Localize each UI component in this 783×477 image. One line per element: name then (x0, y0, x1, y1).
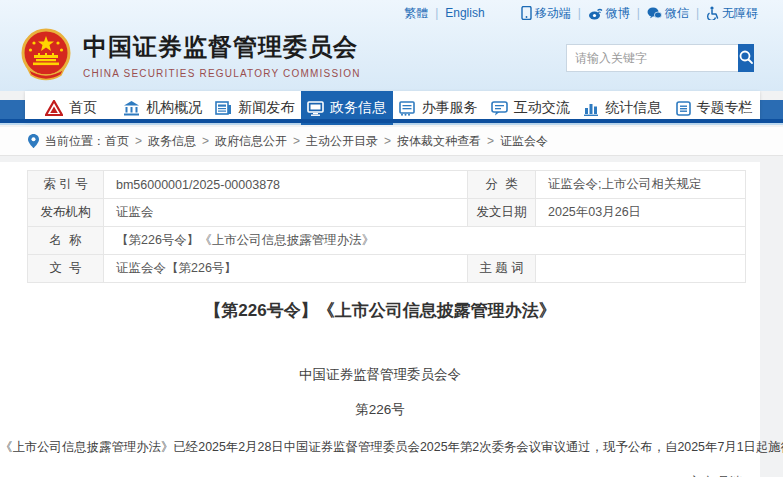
nav-label: 专题专栏 (697, 99, 753, 117)
search-icon (738, 49, 754, 68)
breadcrumb-separator: > (202, 134, 209, 148)
name-value: 【第226号令】《上市公司信息披露管理办法》 (104, 227, 746, 255)
home-logo-icon (45, 100, 63, 116)
content-area: 索 引 号 bm56000001/2025-00003878 分 类 证监会令;… (0, 157, 783, 477)
nav-label: 互动交流 (514, 99, 570, 117)
issue-date-label: 发文日期 (468, 199, 536, 227)
weibo-link[interactable]: 微博 (588, 5, 630, 22)
category-label: 分 类 (468, 171, 536, 199)
nav-box: 首页 机构概况 新闻发布 政务信息 办事服务 互动交流 统计信息 (25, 91, 760, 121)
breadcrumb-link-home[interactable]: 首页 (105, 133, 129, 150)
nav-label: 办事服务 (421, 99, 477, 117)
order-number: 第226号 (0, 401, 760, 419)
wechat-icon (647, 7, 662, 20)
search-input[interactable] (566, 44, 738, 72)
table-row: 文 号 证监会令【第226号】 主 题 词 (28, 255, 746, 283)
breadcrumb-link-catalog[interactable]: 主动公开目录 (306, 133, 378, 150)
breadcrumb: 当前位置： 首页 > 政务信息 > 政府信息公开 > 主动公开目录 > 按体裁文… (0, 127, 783, 156)
weibo-icon (588, 7, 603, 20)
main-nav: 首页 机构概况 新闻发布 政务信息 办事服务 互动交流 统计信息 (0, 91, 783, 125)
site-title: 中国证券监督管理委员会 (83, 31, 361, 63)
nav-label: 政务信息 (330, 99, 386, 117)
news-icon (215, 101, 232, 115)
breadcrumb-link-disclosure[interactable]: 政府信息公开 (215, 133, 287, 150)
services-icon (399, 101, 415, 116)
site-subtitle: CHINA SECURITIES REGULATORY COMMISSION (83, 68, 361, 79)
search-button[interactable] (738, 44, 754, 72)
order-heading: 中国证券监督管理委员会令 (0, 366, 760, 384)
table-row: 名 称 【第226号令】《上市公司信息披露管理办法》 (28, 227, 746, 255)
lang-english-label: English (445, 6, 484, 20)
brand-text: 中国证券监督管理委员会 CHINA SECURITIES REGULATORY … (83, 31, 361, 79)
nav-label: 新闻发布 (238, 99, 294, 117)
search-box (566, 44, 746, 72)
accessibility-icon (706, 6, 719, 20)
accessibility-label: 无障碍 (722, 5, 758, 22)
accessibility-link[interactable]: 无障碍 (706, 5, 758, 22)
mobile-label: 移动端 (535, 5, 571, 22)
issuing-agency-label: 发布机构 (28, 199, 104, 227)
breadcrumb-link-csrc-order[interactable]: 证监会令 (500, 133, 548, 150)
special-topics-icon (676, 101, 691, 116)
keywords-value (536, 255, 746, 283)
mobile-icon (521, 6, 532, 20)
keywords-label: 主 题 词 (468, 255, 536, 283)
topbar-separator: | (435, 6, 438, 20)
breadcrumb-link-gov-info[interactable]: 政务信息 (148, 133, 196, 150)
document-body-paragraph: 《上市公司信息披露管理办法》已经2025年2月28日中国证券监督管理委员会202… (0, 439, 760, 456)
nav-bottom-border (0, 119, 783, 123)
document-meta-table: 索 引 号 bm56000001/2025-00003878 分 类 证监会令;… (27, 170, 746, 283)
index-number-label: 索 引 号 (28, 171, 104, 199)
topbar-separator: | (637, 6, 640, 20)
weibo-label: 微博 (606, 5, 630, 22)
lang-english-link[interactable]: English (445, 6, 484, 20)
nav-label: 统计信息 (605, 99, 661, 117)
breadcrumb-separator: > (384, 134, 391, 148)
topbar-separator: | (578, 6, 581, 20)
topbar-separator: | (696, 6, 699, 20)
institution-icon (123, 101, 140, 116)
document-panel: 索 引 号 bm56000001/2025-00003878 分 类 证监会令;… (0, 162, 760, 477)
lang-traditional-label: 繁體 (404, 5, 428, 22)
table-row: 索 引 号 bm56000001/2025-00003878 分 类 证监会令;… (28, 171, 746, 199)
header: 繁體 | English 移动端 | 微博 | 微信 | 无障碍 (0, 0, 783, 91)
issuing-agency-value: 证监会 (104, 199, 468, 227)
national-emblem-logo (18, 27, 74, 83)
breadcrumb-separator: > (487, 134, 494, 148)
brand: 中国证券监督管理委员会 CHINA SECURITIES REGULATORY … (18, 27, 361, 83)
breadcrumb-separator: > (293, 134, 300, 148)
topbar: 繁體 | English 移动端 | 微博 | 微信 | 无障碍 (0, 0, 783, 26)
document-title: 【第226号令】《上市公司信息披露管理办法》 (0, 299, 760, 322)
gov-info-icon (307, 101, 324, 116)
name-label: 名 称 (28, 227, 104, 255)
table-row: 发布机构 证监会 发文日期 2025年03月26日 (28, 199, 746, 227)
document-number-label: 文 号 (28, 255, 104, 283)
lang-traditional-link[interactable]: 繁體 (404, 5, 428, 22)
document-number-value: 证监会令【第226号】 (104, 255, 468, 283)
wechat-label: 微信 (665, 5, 689, 22)
wechat-link[interactable]: 微信 (647, 5, 689, 22)
nav-label: 机构概况 (146, 99, 202, 117)
interaction-icon (491, 101, 508, 116)
mobile-link[interactable]: 移动端 (521, 5, 571, 22)
location-pin-icon (28, 134, 39, 148)
breadcrumb-prefix: 当前位置： (45, 133, 105, 150)
nav-label: 首页 (69, 99, 97, 117)
breadcrumb-link-doc-type[interactable]: 按体裁文种查看 (397, 133, 481, 150)
statistics-icon (583, 101, 599, 116)
breadcrumb-separator: > (135, 134, 142, 148)
index-number-value: bm56000001/2025-00003878 (104, 171, 468, 199)
category-value: 证监会令;上市公司相关规定 (536, 171, 746, 199)
issue-date-value: 2025年03月26日 (536, 199, 746, 227)
